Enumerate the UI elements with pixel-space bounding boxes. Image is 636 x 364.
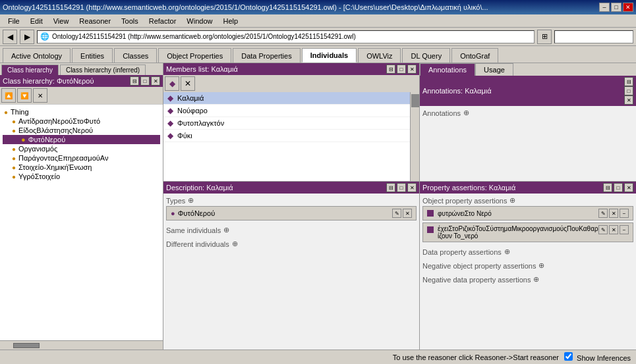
members-header: Members list: Καλαμιά ⊟ □ ✕ [163, 63, 419, 75]
annotations-label: Annotations ⊕ [422, 109, 633, 117]
different-add-icon[interactable]: ⊕ [232, 240, 238, 248]
tree-item-4[interactable]: ● Οργανισμός [3, 144, 160, 153]
prop-indicator-1 [427, 210, 434, 217]
neg-data-add-icon[interactable]: ⊕ [533, 275, 539, 284]
menu-view[interactable]: View [48, 16, 74, 26]
ch-tool-sub[interactable]: 🔽 [17, 88, 32, 103]
menu-edit[interactable]: Edit [25, 16, 48, 26]
prop-btn-edit-2[interactable]: ✎ [598, 225, 608, 234]
class-hierarchy-tabs: Class hierarchy Class hierarchy (inferre… [0, 63, 163, 75]
tab-entities[interactable]: Entities [72, 48, 113, 63]
item4-icon: ● [12, 145, 16, 153]
tree-item-1[interactable]: ● ΑντίδρασηΝερούΣτοΦυτό [3, 117, 160, 126]
ch-tool-add[interactable]: 🔼 [1, 88, 16, 103]
obj-prop-add-icon[interactable]: ⊕ [509, 196, 515, 205]
menu-bar: File Edit View Reasoner Tools Refactor W… [0, 14, 636, 28]
menu-tools[interactable]: Tools [116, 16, 144, 26]
neg-obj-add-icon[interactable]: ⊕ [538, 261, 544, 270]
back-button[interactable]: ◀ [3, 30, 17, 44]
member-item-4[interactable]: ◆ Φύκι [163, 130, 410, 142]
annotations-add-icon[interactable]: ⊕ [463, 109, 469, 117]
ch-btn-close[interactable]: ✕ [151, 76, 160, 86]
member-item-1[interactable]: ◆ Καλαμιά [163, 92, 410, 105]
ann-btn-2[interactable]: □ [624, 86, 633, 95]
ch-scrollbar[interactable] [0, 340, 163, 350]
members-btn-1[interactable]: ⊟ [386, 65, 395, 74]
tree-item-5[interactable]: ● ΠαράγονταςΕπηρεασμούΑν [3, 153, 160, 163]
prop-btn-x-2[interactable]: ✕ [609, 225, 618, 234]
members-tool-remove[interactable]: ✕ [181, 76, 195, 91]
description-title: Description: Καλαμιά [166, 184, 233, 192]
tree-item-7[interactable]: ● ΥγρόΣτοιχείο [3, 172, 160, 181]
left-panel: Class hierarchy Class hierarchy (inferre… [0, 63, 163, 350]
tab-dl-query[interactable]: DL Query [402, 48, 450, 63]
maximize-button[interactable]: □ [611, 3, 622, 12]
status-message: To use the reasoner click Reasoner->Star… [393, 353, 559, 361]
ch-tool-delete[interactable]: ✕ [33, 88, 47, 103]
tab-ontograf[interactable]: OntoGraf [451, 48, 498, 63]
prop-btn-del-1[interactable]: − [620, 209, 629, 218]
menu-help[interactable]: Help [217, 16, 243, 26]
prop-btn-del-2[interactable]: − [620, 225, 629, 234]
tab-data-properties[interactable]: Data Properties [233, 48, 300, 63]
minimize-button[interactable]: – [599, 3, 610, 12]
ann-btn-1[interactable]: ⊟ [624, 77, 633, 86]
tree-item-2[interactable]: ● ΕίδοςΒλάστησηςΝερού [3, 126, 160, 135]
prop-btn-close[interactable]: ✕ [624, 183, 633, 192]
prop-text-2: έχειΣτοΡιζικόΤουΣύστημαΜικροοργανισμούςΠ… [438, 225, 598, 240]
types-btn-edit[interactable]: ✎ [392, 209, 401, 218]
ch-btn-1[interactable]: ⊟ [130, 76, 139, 86]
address-icon: 🌐 [40, 32, 49, 41]
tab-owlviz[interactable]: OWLViz [358, 48, 401, 63]
desc-btn-1[interactable]: ⊟ [386, 183, 395, 192]
tab-class-hierarchy-inferred[interactable]: Class hierarchy (inferred) [60, 65, 146, 75]
menu-reasoner[interactable]: Reasoner [74, 16, 116, 26]
show-inferences-checkbox[interactable] [564, 352, 573, 361]
negative-object-section: Negative object property assertions ⊕ [422, 261, 633, 270]
menu-file[interactable]: File [3, 16, 25, 26]
tab-classes[interactable]: Classes [114, 48, 157, 63]
members-btn-2[interactable]: □ [397, 65, 406, 74]
search-input[interactable] [554, 30, 633, 43]
prop-btn-1[interactable]: ⊟ [603, 183, 612, 192]
item5-icon: ● [12, 155, 16, 162]
negative-data-section: Negative data property assertions ⊕ [422, 275, 633, 284]
prop-btn-x-1[interactable]: ✕ [609, 209, 618, 218]
menu-window[interactable]: Window [181, 16, 217, 26]
tab-usage[interactable]: Usage [475, 63, 513, 76]
desc-btn-2[interactable]: □ [397, 183, 406, 192]
grid-button[interactable]: ⊞ [537, 30, 552, 44]
menu-refactor[interactable]: Refactor [144, 16, 182, 26]
members-btn-close[interactable]: ✕ [407, 65, 417, 74]
negative-data-label: Negative data property assertions ⊕ [422, 275, 633, 284]
same-add-icon[interactable]: ⊕ [223, 226, 229, 234]
data-prop-add-icon[interactable]: ⊕ [504, 247, 510, 256]
thing-icon: ● [4, 109, 8, 116]
prop-btn-2[interactable]: □ [614, 183, 623, 192]
forward-button[interactable]: ▶ [20, 30, 34, 44]
tree-item-6[interactable]: ● Στοιχείο-ΧημικήΈνωση [3, 163, 160, 172]
tree-item-thing[interactable]: ● Thing [3, 107, 160, 117]
ch-btn-2[interactable]: □ [140, 76, 150, 86]
types-value: ● ΦυτόΝερού [171, 209, 215, 217]
ann-btn-close[interactable]: ✕ [624, 95, 633, 105]
members-tool-add[interactable]: ◆ [165, 76, 179, 91]
member-item-2[interactable]: ◆ Νούφαρο [163, 105, 410, 117]
member-item-3[interactable]: ◆ Φυτοπλαγκτόν [163, 117, 410, 130]
tab-class-hierarchy[interactable]: Class hierarchy [1, 65, 59, 75]
tab-individuals[interactable]: Individuals [302, 48, 357, 63]
members-scrollbar[interactable] [410, 92, 419, 181]
tab-object-properties[interactable]: Object Properties [158, 48, 231, 63]
close-button[interactable]: ✕ [623, 3, 633, 12]
prop-header-controls: ⊟ □ ✕ [603, 183, 633, 192]
types-add-icon[interactable]: ⊕ [188, 196, 194, 205]
tree-item-3[interactable]: ● ΦυτόΝερού [3, 135, 160, 144]
main-tabs: Active Ontology Entities Classes Object … [0, 46, 636, 63]
property-title: Property assertions: Καλαμιά [422, 184, 515, 192]
tab-annotations[interactable]: Annotations [420, 63, 475, 76]
types-btn-delete[interactable]: ✕ [403, 209, 412, 218]
prop-btn-edit-1[interactable]: ✎ [598, 209, 608, 218]
tab-active-ontology[interactable]: Active Ontology [3, 48, 71, 63]
member-label-1: Καλαμιά [177, 94, 204, 102]
desc-btn-close[interactable]: ✕ [407, 183, 417, 192]
